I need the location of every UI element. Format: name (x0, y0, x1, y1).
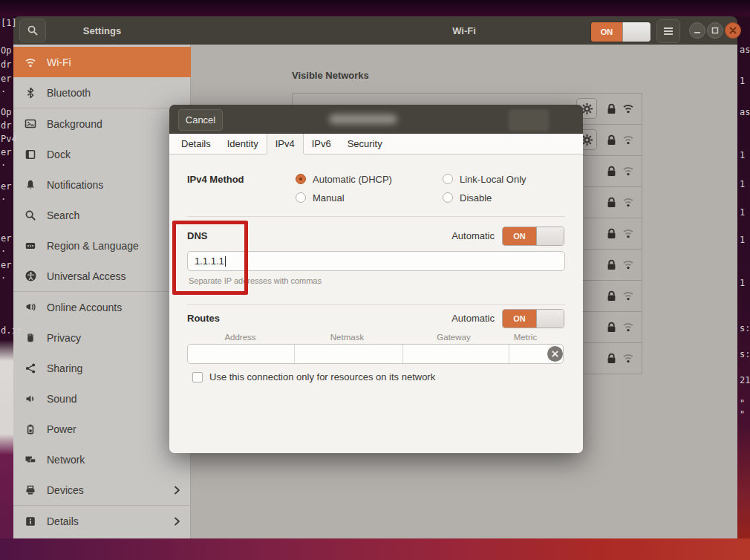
checkbox-unchecked[interactable] (192, 372, 203, 382)
universal-icon (24, 270, 37, 283)
sidebar-item-label: Sharing (47, 362, 82, 374)
routes-toggle-on-label: ON (503, 310, 536, 328)
privacy-icon (24, 331, 37, 345)
terminal-text-fragment: er (1, 74, 11, 84)
sidebar-item-universal-access[interactable]: Universal Access (13, 261, 191, 291)
chevron-right-icon (172, 485, 182, 495)
route-delete-button[interactable] (547, 346, 563, 362)
apply-button-blurred[interactable] (509, 110, 549, 131)
terminal-text-fragment: 1 (740, 235, 745, 245)
routes-automatic-toggle[interactable]: ON (502, 309, 564, 328)
dns-automatic-label: Automatic (428, 230, 495, 241)
sidebar-item-sharing[interactable]: Sharing (13, 353, 191, 383)
close-button[interactable] (725, 22, 741, 39)
sidebar-item-wifi[interactable]: Wi-Fi (13, 47, 191, 77)
sidebar-item-label: Notifications (47, 179, 103, 191)
route-gateway-field[interactable] (403, 345, 509, 363)
settings-sidebar: Wi-FiBluetoothBackgroundDockNotification… (13, 45, 191, 538)
dialog-title-blurred (329, 114, 397, 124)
sidebar-item-privacy[interactable]: Privacy (13, 322, 191, 353)
wifi-signal-icon (622, 289, 636, 303)
sidebar-item-label: Background (47, 118, 102, 130)
chevron-right-icon (172, 516, 182, 527)
wifi-signal-icon (622, 102, 636, 116)
menu-button[interactable] (656, 19, 680, 43)
routes-input-row (187, 344, 564, 364)
cancel-button[interactable]: Cancel (178, 109, 223, 131)
sidebar-item-background[interactable]: Background (13, 108, 191, 139)
tab-ipv4[interactable]: IPv4 (267, 134, 304, 154)
remove-icon (552, 351, 558, 357)
terminal-text-fragment: · (1, 273, 6, 283)
route-address-field[interactable] (188, 345, 295, 363)
sidebar-item-network[interactable]: Network (13, 444, 191, 475)
terminal-text-fragment: dr (1, 59, 11, 70)
lock-icon (605, 227, 618, 240)
sidebar-item-power[interactable]: Power (13, 414, 191, 444)
separator (187, 216, 565, 217)
terminal-text-fragment: s: (740, 349, 750, 359)
sidebar-item-sound[interactable]: Sound (13, 383, 191, 414)
routes-automatic-label: Automatic (428, 313, 495, 324)
sidebar-item-label: Devices (47, 484, 84, 496)
maximize-button[interactable] (707, 22, 723, 39)
bell-icon (24, 178, 37, 192)
wifi-power-toggle-on-label: ON (591, 22, 622, 42)
tab-details[interactable]: Details (173, 134, 219, 154)
lock-icon (605, 134, 618, 146)
background-icon (24, 117, 37, 131)
terminal-text-fragment: as (740, 107, 750, 117)
radio-manual[interactable] (296, 192, 306, 203)
dialog-tab-bar: DetailsIdentityIPv4IPv6Security (169, 134, 583, 154)
terminal-text-fragment: 1 (740, 76, 745, 86)
wifi-signal-icon (622, 351, 636, 365)
sidebar-item-devices[interactable]: Devices (13, 475, 191, 505)
radio-link-local[interactable] (443, 174, 453, 184)
terminal-text-fragment: · (1, 160, 6, 170)
lock-icon (605, 321, 618, 333)
terminal-text-fragment: er (1, 260, 11, 270)
wallpaper-bottom-strip (0, 538, 750, 560)
checkbox-label: Use this connection only for resources o… (209, 371, 435, 382)
tab-ipv6[interactable]: IPv6 (304, 134, 339, 154)
terminal-text-fragment: Op (1, 107, 11, 117)
wifi-icon (24, 56, 37, 69)
routes-header-netmask: Netmask (293, 333, 401, 342)
dns-automatic-toggle[interactable]: ON (502, 227, 564, 246)
separator (187, 305, 565, 305)
lock-icon (605, 258, 618, 271)
sidebar-item-search[interactable]: Search (13, 200, 191, 230)
desktop: Settings Wi-Fi ON Wi-FiBluetoothBackgrou… (0, 0, 750, 560)
wifi-signal-icon (622, 258, 636, 272)
wifi-power-toggle[interactable]: ON (590, 22, 651, 42)
sidebar-item-online-accounts[interactable]: Online Accounts (13, 292, 191, 322)
radio-disable[interactable] (443, 192, 453, 203)
routes-header-metric: Metric (506, 333, 544, 342)
sidebar-item-notifications[interactable]: Notifications (13, 169, 191, 200)
wifi-signal-icon (622, 164, 636, 178)
route-metric-field[interactable] (509, 345, 545, 363)
sidebar-item-region-language[interactable]: Region & Language (13, 230, 191, 261)
devices-icon (24, 484, 37, 497)
connection-scope-checkbox-row[interactable]: Use this connection only for resources o… (192, 371, 435, 382)
sidebar-item-label: Dock (47, 149, 71, 160)
terminal-text-fragment: " (740, 409, 745, 420)
minimize-button[interactable] (689, 22, 705, 39)
radio-automatic-dhcp[interactable] (296, 174, 306, 184)
settings-headerbar: Settings Wi-Fi ON (13, 16, 737, 45)
terminal-text-fragment: s: (740, 323, 750, 333)
radio-disable-label: Disable (460, 192, 492, 204)
sidebar-item-bluetooth[interactable]: Bluetooth (13, 77, 191, 108)
sidebar-item-label: Online Accounts (47, 302, 122, 313)
ipv4-method-label: IPv4 Method (187, 174, 244, 185)
terminal-text-fragment: as (740, 45, 750, 55)
tab-identity[interactable]: Identity (219, 134, 267, 154)
terminal-text-fragment: Pv4 (1, 134, 17, 144)
power-icon (24, 423, 37, 436)
radio-automatic-dhcp-label: Automatic (DHCP) (313, 174, 392, 185)
sidebar-item-dock[interactable]: Dock (13, 139, 191, 169)
tab-security[interactable]: Security (339, 134, 391, 154)
route-netmask-field[interactable] (295, 345, 403, 363)
sidebar-item-details[interactable]: Details (13, 506, 191, 536)
terminal-text-fragment: dr (1, 120, 11, 131)
